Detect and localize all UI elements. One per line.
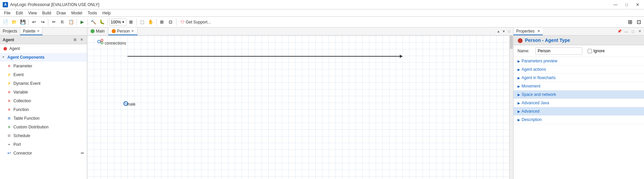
palette-close-btn[interactable]: ✕	[79, 37, 84, 43]
canvas-tab-person[interactable]: Person ✕	[108, 27, 138, 35]
tb-right1[interactable]: ⊞	[626, 18, 634, 26]
parameter-icon: ⊕	[7, 64, 11, 68]
palette-title: Agent	[3, 38, 14, 42]
palette-item-label-agent: Agent	[9, 46, 20, 51]
props-header: ⬤ Person - Agent Type	[514, 36, 644, 45]
tb-right2[interactable]: ⊡	[635, 18, 643, 26]
canvas-collapse-btn[interactable]: □	[506, 29, 512, 33]
tb-run[interactable]: ▶	[78, 18, 86, 26]
tb-sep3	[76, 19, 77, 25]
minimize-button[interactable]: —	[611, 2, 620, 8]
palette-tab-close[interactable]: ✕	[37, 29, 40, 33]
palette-item-label-collection: Collection	[13, 99, 31, 103]
toolbar: 📄 📁 💾 ↩ ↪ ✂ ⎘ 📋 ▶ 🔨 🐛 100% ▼ ⊞ ⬚ ✋ ⊞ ⊡ 🛡…	[0, 17, 644, 27]
section-description[interactable]: ▶ Description	[514, 116, 644, 124]
tb-debug[interactable]: 🐛	[98, 18, 106, 26]
palette-grid-view[interactable]: ⊞	[72, 37, 77, 43]
tb-build[interactable]: 🔨	[89, 18, 97, 26]
palette-item-variable[interactable]: ⊕ Variable	[0, 88, 87, 97]
left-panel: Projects Palette ✕ Agent ⊞ ✕ ⬤ Agent ▼	[0, 27, 87, 179]
tb-cut[interactable]: ✂	[50, 18, 58, 26]
canvas-tab-close-icon[interactable]: ✕	[131, 29, 134, 33]
svg-point-2	[101, 42, 103, 44]
section-arrow-advanced: ▶	[518, 110, 520, 113]
name-input[interactable]	[535, 47, 582, 55]
section-params-preview[interactable]: ▶ Parameters preview	[514, 57, 644, 65]
menu-draw[interactable]: Draw	[54, 10, 69, 16]
section-arrow-params-preview: ▶	[518, 59, 520, 63]
tb-select[interactable]: ⬚	[138, 18, 146, 26]
menu-help[interactable]: Help	[100, 10, 113, 16]
canvas-grid[interactable]: connections ↻ male	[87, 36, 513, 179]
canvas-vertical-scrollbar[interactable]	[509, 36, 513, 179]
menu-tools[interactable]: Tools	[85, 10, 100, 16]
maximize-button[interactable]: □	[624, 2, 630, 8]
palette-item-event[interactable]: ⚡ Event	[0, 70, 87, 79]
canvas-scroll-up-btn[interactable]: ▲	[496, 29, 501, 33]
section-advanced-java[interactable]: ▶ Advanced Java	[514, 99, 644, 107]
palette-item-collection[interactable]: ⊕ Collection	[0, 97, 87, 105]
canvas-scroll-thumb[interactable]	[510, 36, 513, 49]
tb-undo[interactable]: ↩	[30, 18, 38, 26]
section-advanced[interactable]: ▶ Advanced	[514, 107, 644, 116]
tab-projects[interactable]: Projects	[0, 27, 20, 35]
event-icon: ⚡	[7, 72, 11, 77]
palette-items: ⬤ Agent ▼ Agent Components ⊕ Parameter ⚡…	[0, 44, 87, 179]
palette-item-function[interactable]: ⊕ Function	[0, 105, 87, 114]
tb-redo[interactable]: ↪	[39, 18, 47, 26]
ignore-checkbox[interactable]	[588, 49, 592, 53]
tb-save[interactable]: 💾	[19, 18, 27, 26]
properties-tab[interactable]: Properties ✕	[514, 27, 543, 35]
menu-edit[interactable]: Edit	[13, 10, 25, 16]
get-support-label: Get Support...	[186, 20, 211, 24]
rp-min-btn[interactable]: —	[623, 28, 629, 35]
tb-new[interactable]: 📄	[1, 18, 9, 26]
section-agent-actions[interactable]: ▶ Agent actions	[514, 65, 644, 74]
properties-tab-close-icon[interactable]: ✕	[537, 29, 540, 33]
palette-item-custom-dist[interactable]: ⊕ Custom Distribution	[0, 123, 87, 131]
menu-file[interactable]: File	[1, 10, 13, 16]
title-bar-left: A AnyLogic Professional [EVALUATION USE …	[3, 2, 99, 7]
person-tab-icon	[112, 29, 116, 33]
section-arrow-movement: ▶	[518, 84, 520, 88]
palette-item-schedule[interactable]: ⊟ Schedule	[0, 131, 87, 140]
palette-section-agent-components[interactable]: ▼ Agent Components	[0, 53, 87, 62]
section-movement[interactable]: ▶ Movement	[514, 82, 644, 91]
section-space-network[interactable]: ▶ Space and network	[514, 91, 644, 99]
app-icon: A	[3, 2, 8, 7]
palette-item-agent[interactable]: ⬤ Agent	[0, 44, 87, 53]
tb-copy[interactable]: ⎘	[58, 18, 66, 26]
palette-item-table-function[interactable]: ⊞ Table Function	[0, 114, 87, 123]
menu-model[interactable]: Model	[69, 10, 85, 16]
rp-close-btn[interactable]: ✕	[637, 28, 643, 35]
menu-build[interactable]: Build	[40, 10, 54, 16]
rp-max-btn[interactable]: □	[630, 28, 636, 35]
section-arrow-description: ▶	[518, 118, 520, 122]
canvas-area: Main Person ✕ ▲ ▼ □	[87, 27, 513, 179]
section-label-space-network: Space and network	[522, 92, 556, 97]
palette-item-dynamic-event[interactable]: ⚡ Dynamic Event	[0, 79, 87, 88]
tb-grid[interactable]: ⊞	[158, 18, 166, 26]
canvas-scroll-down-btn[interactable]: ▼	[501, 29, 506, 33]
section-label-params-preview: Parameters preview	[522, 59, 557, 63]
palette-item-connector[interactable]: ↩ Connector ✏	[0, 149, 87, 158]
close-button[interactable]: ✕	[634, 2, 641, 8]
canvas-tab-main[interactable]: Main	[87, 27, 108, 35]
zoom-control[interactable]: 100% ▼	[109, 18, 126, 26]
zoom-dropdown-icon[interactable]: ▼	[122, 20, 125, 24]
dynamic-event-icon: ⚡	[7, 81, 11, 86]
menu-view[interactable]: View	[25, 10, 40, 16]
get-support-button[interactable]: 🛡 Get Support...	[178, 19, 214, 25]
section-agent-flowcharts[interactable]: ▶ Agent in flowcharts	[514, 74, 644, 82]
rp-pin-btn[interactable]: 📌	[616, 28, 623, 35]
tb-open[interactable]: 📁	[10, 18, 18, 26]
tb-hand[interactable]: ✋	[147, 18, 155, 26]
palette-item-label-custom-dist: Custom Distribution	[13, 125, 49, 129]
palette-item-port[interactable]: ● Port	[0, 140, 87, 149]
tb-snap[interactable]: ⊡	[167, 18, 175, 26]
palette-item-parameter[interactable]: ⊕ Parameter	[0, 62, 87, 70]
tb-zoom-fit[interactable]: ⊞	[127, 18, 135, 26]
panel-tabs: Projects Palette ✕	[0, 27, 87, 36]
tab-palette[interactable]: Palette ✕	[20, 27, 42, 35]
tb-paste[interactable]: 📋	[67, 18, 75, 26]
